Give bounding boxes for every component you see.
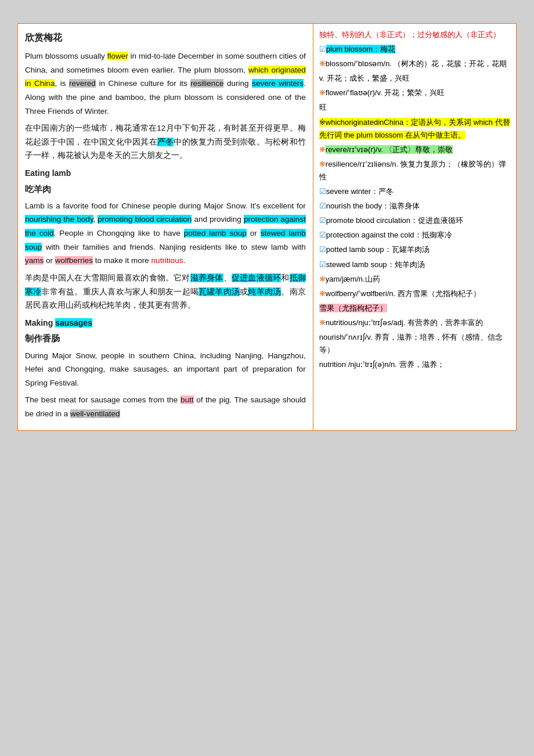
- rp-severe: ☑severe winter：严冬: [319, 185, 510, 198]
- s2p1-mid6: or: [44, 256, 55, 265]
- rp-wolfberry-text: wolfberry/ˈwʊlfberi/n. 西方雪果（尤指枸杞子）: [326, 289, 481, 298]
- nourishing-highlight: nourishing the body: [25, 215, 93, 224]
- checkbox-icon-nourish: ☑: [319, 201, 326, 210]
- rp-nourish-body-text: nourish the body：滋养身体: [326, 201, 420, 210]
- promoting-highlight: promoting blood circulation: [98, 215, 192, 224]
- cross-icon-nutritious: ❋: [319, 318, 326, 327]
- section3-title-en: Making sausages: [25, 316, 306, 330]
- cross-icon-revere: ❋: [319, 145, 326, 154]
- rp-resilience-text: resilience/rɪˈzɪliəns/n. 恢复力复原力；（橡胶等的）弹性: [319, 160, 506, 181]
- rp-plum-text: plum blossom：梅花: [326, 45, 395, 53]
- s2p1-pre: Lamb is a favorite food for Chinese peop…: [25, 201, 306, 210]
- cross-icon-yam: ❋: [319, 275, 326, 283]
- revered-highlight: revered: [69, 79, 96, 88]
- s2p2-dun1: 、: [223, 273, 232, 282]
- rp-yam: ❋yam/jæm/n.山药: [319, 273, 510, 286]
- rp-promote-text: promote blood circulation：促进血液循环: [326, 216, 463, 225]
- rp-nutrition: nutrition /njuːˈtrɪʃ(ə)n/n. 营养，滋养；: [319, 358, 510, 371]
- s2p1-mid3: . People in Chongqing like to have: [54, 229, 184, 237]
- rp-line1-text: 独特、特别的人（非正式）；过分敏感的人（非正式）: [319, 30, 500, 39]
- s2-title-en-text: Eating lamb: [25, 168, 71, 178]
- s2p2-ziyang: 滋养身体: [190, 273, 223, 282]
- rp-nutritious-text: nutritious/njuːˈtrɪʃəs/adj. 有营养的，营养丰富的: [326, 318, 483, 327]
- rp-flower-extra: 旺: [319, 101, 510, 114]
- checkbox-icon-severe: ☑: [319, 187, 326, 196]
- rp-blossom-v-text: v. 开花；成长，繁盛，兴旺: [319, 74, 410, 82]
- rp-blossom-text: blossom/ˈblɒsəm/n. （树木的）花，花簇；开花，花期: [326, 59, 507, 68]
- rp-protection: ☑protection against the cold：抵御寒冷: [319, 229, 510, 242]
- s2p2-or: 或: [240, 287, 248, 296]
- rp-flower-extra-text: 旺: [319, 103, 327, 111]
- s2p1-mid2: and providing: [192, 215, 244, 224]
- rp-which: ※whichoriginatedinChina：定语从句，关系词 which 代…: [319, 116, 510, 142]
- section3-para1-en: During Major Snow, people in southern Ch…: [25, 349, 306, 390]
- checkbox-icon-plum: ☑: [319, 45, 326, 53]
- section3-title-cn: 制作香肠: [25, 331, 306, 346]
- section2-para2-cn: 羊肉是中国人在大雪期间最喜欢的食物。它对滋养身体、促进血液循环和抵御寒冷非常有益…: [25, 271, 306, 312]
- rp-flower: ❋flower/ˈflaʊə(r)/v. 开花；繁荣，兴旺: [319, 87, 510, 99]
- s3p2-pre: The best meat for sausage comes from the: [25, 395, 181, 404]
- s2p1-mid4: or: [247, 229, 261, 237]
- rp-plum: ☑plum blossom：梅花: [319, 43, 510, 56]
- checkbox-icon-stewed: ☑: [319, 260, 326, 269]
- nutritious-highlight: nutritious: [151, 256, 183, 265]
- rp-blossom: ❋blossom/ˈblɒsəm/n. （树木的）花，花簇；开花，花期: [319, 57, 510, 70]
- rp-wolfberry-extra: 雪果（尤指枸杞子）: [319, 302, 510, 315]
- sausages-highlight: sausages: [55, 318, 92, 327]
- s2p1-end: .: [183, 256, 185, 265]
- rp-nourish-v-text: nourish/ˈnʌrɪʃ/v. 养育，滋养；培养，怀有（感情、信念等）: [319, 333, 503, 354]
- checkbox-icon-promote: ☑: [319, 216, 326, 225]
- rp-blossom-v: v. 开花；成长，繁盛，兴旺: [319, 72, 510, 85]
- cross-icon-wolfberry: ❋: [319, 289, 326, 298]
- left-panel: 欣赏梅花 Plum blossoms usually flower in mid…: [18, 24, 313, 430]
- cross-icon-resilience: ❋: [319, 160, 326, 168]
- section2-para1-en: Lamb is a favorite food for Chinese peop…: [25, 199, 306, 268]
- s2p1-suffix: to make it more: [93, 256, 151, 265]
- checkbox-icon-protection: ☑: [319, 231, 326, 239]
- yams-highlight: yams: [25, 256, 44, 265]
- s2p2-pre: 羊肉是中国人在大雪期间最喜欢的食物。它对: [25, 273, 190, 282]
- s3-title-pre: Making: [25, 318, 55, 327]
- s1p2-yandong: 严冬: [157, 138, 174, 146]
- rp-nutrition-text: nutrition /njuːˈtrɪʃ(ə)n/n. 营养，滋养；: [319, 360, 445, 369]
- potted-highlight: potted lamb soup: [184, 229, 247, 237]
- rp-resilience: ❋resilience/rɪˈzɪliəns/n. 恢复力复原力；（橡胶等的）弹…: [319, 158, 510, 183]
- s2p2-and: 和: [281, 273, 289, 282]
- section3-para2-en: The best meat for sausage comes from the…: [25, 393, 306, 420]
- rp-nourish-body: ☑nourish the body：滋养身体: [319, 200, 510, 213]
- section1-para1: Plum blossoms usually flower in mid-to-l…: [25, 49, 306, 118]
- severe-highlight: severe winters: [252, 79, 304, 88]
- wolfberries-highlight: wolfberries: [55, 256, 93, 265]
- s1p1-prefix: Plum blossoms usually: [25, 52, 107, 60]
- s1p1-mid2: , is: [55, 79, 69, 88]
- rp-flower-text: flower/ˈflaʊə(r)/v. 开花；繁荣，兴旺: [326, 88, 445, 97]
- section2-title-cn: 吃羊肉: [25, 182, 306, 197]
- s1p1-mid3: in Chinese culture for its: [96, 79, 190, 88]
- wellventilated-highlight: well-ventilated: [70, 409, 120, 418]
- rp-yam-text: yam/jæm/n.山药: [326, 275, 380, 283]
- rp-nourish-v: nourish/ˈnʌrɪʃ/v. 养育，滋养；培养，怀有（感情、信念等）: [319, 331, 510, 357]
- s2p2-potted: 瓦罐羊肉汤: [199, 287, 240, 296]
- rp-nutritious: ❋nutritious/njuːˈtrɪʃəs/adj. 有营养的，营养丰富的: [319, 316, 510, 329]
- butt-highlight: butt: [181, 395, 194, 404]
- section1-title: 欣赏梅花: [25, 30, 306, 46]
- rp-which-text: ※whichoriginatedinChina：定语从句，关系词 which 代…: [319, 118, 510, 139]
- rp-wolfberry: ❋wolfberry/ˈwʊlfberi/n. 西方雪果（尤指枸杞子）: [319, 287, 510, 300]
- rp-revere-text: revere/rɪˈvɪə(r)/v. 〈正式〉尊敬，崇敬: [326, 145, 453, 154]
- rp-wolfberry-extra-text: 雪果（尤指枸杞子）: [319, 304, 387, 312]
- checkbox-icon-potted: ☑: [319, 245, 326, 254]
- rp-stewed: ☑stewed lamb soup：炖羊肉汤: [319, 258, 510, 271]
- s2p2-stewed: 炖羊肉汤: [248, 287, 281, 296]
- section2-title-en: Eating lamb: [25, 166, 306, 181]
- cross-icon-flower: ❋: [319, 88, 326, 97]
- s1p1-mid4: during: [223, 79, 252, 88]
- right-panel: 独特、特别的人（非正式）；过分敏感的人（非正式） ☑plum blossom：梅…: [313, 24, 516, 430]
- rp-potted: ☑potted lamb soup：瓦罐羊肉汤: [319, 243, 510, 256]
- rp-severe-text: severe winter：严冬: [326, 187, 394, 196]
- s2p1-mid5: with their families and friends. Nanjing…: [42, 243, 306, 251]
- rp-line1: 独特、特别的人（非正式）；过分敏感的人（非正式）: [319, 28, 510, 41]
- s2p2-mid3: 非常有益。重庆人喜欢与家人和朋友一起喝: [41, 287, 199, 296]
- rp-revere: ❋revere/rɪˈvɪə(r)/v. 〈正式〉尊敬，崇敬: [319, 143, 510, 156]
- rp-protection-text: protection against the cold：抵御寒冷: [326, 231, 452, 239]
- resilience-highlight: resilience: [190, 79, 223, 88]
